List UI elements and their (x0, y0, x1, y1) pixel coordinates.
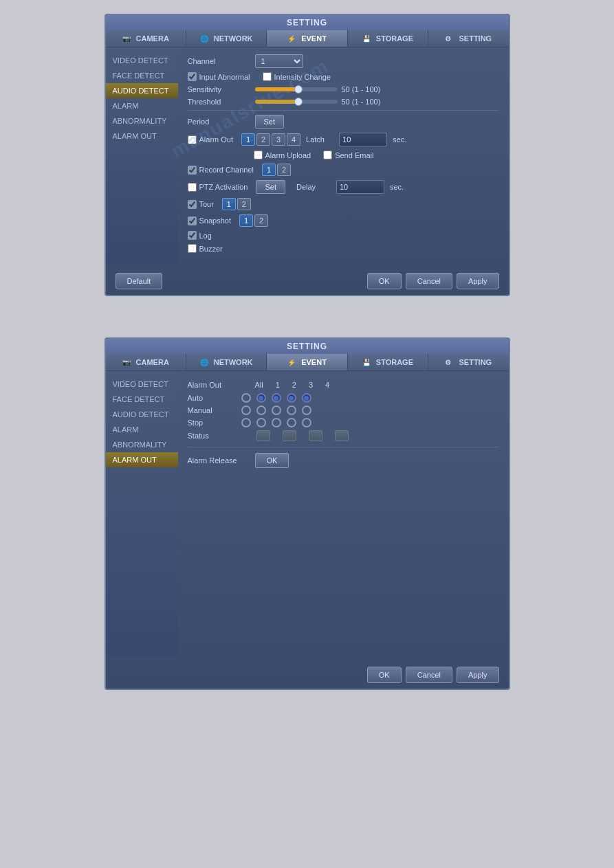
sidebar-item-face-detect[interactable]: FACE DETECT (106, 68, 178, 83)
stop-radio-2[interactable] (272, 418, 281, 427)
tour-num-1[interactable]: 1 (222, 198, 236, 210)
auto-all-radio[interactable] (241, 393, 251, 403)
tour-nums: 1 2 (222, 198, 251, 210)
tour-row: Tour 1 2 (188, 198, 499, 210)
record-num-1[interactable]: 1 (262, 164, 276, 176)
sidebar-item-alarm[interactable]: ALARM (106, 98, 178, 113)
panel-audio-detect: manualsrive.com SETTING CAMERA NETWORK E… (105, 14, 510, 296)
alarm-upload-label: Alarm Upload (265, 151, 311, 159)
input-abnormal-checkbox[interactable] (188, 72, 197, 81)
stop-row: Stop (188, 418, 499, 427)
camera-icon (122, 34, 133, 43)
tour-checkbox[interactable] (188, 200, 197, 209)
delay-input[interactable] (336, 180, 384, 194)
tour-num-2[interactable]: 2 (237, 198, 251, 210)
sensitivity-label: Sensitivity (188, 85, 250, 93)
tab2-setting[interactable]: SETTING (428, 354, 508, 370)
manual-radio-4[interactable] (302, 405, 311, 415)
buzzer-checkbox[interactable] (188, 244, 197, 253)
sidebar2-item-video-detect[interactable]: VIDEO DETECT (106, 377, 178, 392)
sidebar2-item-abnormality[interactable]: ABNORMALITY (106, 437, 178, 452)
log-checkbox[interactable] (188, 231, 197, 240)
default-button[interactable]: Default (116, 273, 163, 289)
manual-radio-3[interactable] (287, 405, 296, 415)
cancel-button-2[interactable]: Cancel (406, 667, 452, 683)
snapshot-check[interactable]: Snapshot (188, 216, 231, 225)
stop-all-radio[interactable] (241, 418, 251, 427)
stop-radio-4[interactable] (302, 418, 311, 427)
stop-radio-1[interactable] (256, 418, 266, 427)
alarm-out-checkbox[interactable] (188, 135, 197, 144)
auto-radio-1[interactable] (256, 393, 266, 403)
bottom-btn-group: OK Cancel Apply (367, 273, 499, 289)
latch-input[interactable] (339, 133, 387, 146)
tab-event[interactable]: EVENT (267, 30, 347, 47)
auto-radio-4[interactable] (302, 393, 311, 403)
ptz-set-button[interactable]: Set (256, 180, 285, 194)
sidebar2-item-alarm[interactable]: ALARM (106, 422, 178, 437)
tab-camera[interactable]: CAMERA (106, 30, 186, 47)
stop-label: Stop (188, 419, 236, 427)
input-abnormal-check[interactable]: Input Abnormal (188, 72, 250, 81)
snapshot-num-1[interactable]: 1 (239, 214, 253, 227)
period-set-button[interactable]: Set (255, 115, 285, 129)
channel-select[interactable]: 1 2 (255, 54, 303, 68)
manual-all-radio[interactable] (241, 405, 251, 415)
sidebar2-item-face-detect[interactable]: FACE DETECT (106, 392, 178, 407)
record-channel-checkbox[interactable] (188, 166, 197, 175)
alarm-out-check[interactable]: Alarm Out (188, 135, 234, 144)
auto-radio-3[interactable] (287, 393, 296, 403)
apply-button-2[interactable]: Apply (457, 667, 499, 683)
sidebar-item-alarm-out[interactable]: ALARM OUT (106, 129, 178, 144)
tab2-camera[interactable]: CAMERA (106, 354, 186, 370)
alarm-out-btn-2[interactable]: 2 (256, 133, 270, 146)
alarm-out-btn-4[interactable]: 4 (287, 133, 300, 146)
tab2-storage[interactable]: STORAGE (348, 354, 428, 370)
tab2-event[interactable]: EVENT (267, 354, 347, 370)
ptz-activation-check[interactable]: PTZ Activation (188, 183, 248, 192)
snapshot-num-2[interactable]: 2 (254, 214, 268, 227)
record-num-2[interactable]: 2 (277, 164, 291, 176)
send-email-checkbox[interactable] (323, 151, 332, 159)
intensity-change-checkbox[interactable] (263, 72, 272, 81)
stop-radio-3[interactable] (287, 418, 296, 427)
setting-icon-2 (445, 358, 456, 366)
alarm-upload-check[interactable]: Alarm Upload (254, 151, 311, 159)
sidebar-item-video-detect[interactable]: VIDEO DETECT (106, 53, 178, 68)
sidebar2-item-audio-detect[interactable]: AUDIO DETECT (106, 407, 178, 422)
sidebar-item-abnormality[interactable]: ABNORMALITY (106, 113, 178, 129)
tab-storage[interactable]: STORAGE (348, 30, 428, 47)
record-channel-check[interactable]: Record Channel (188, 166, 254, 175)
ok-button-2[interactable]: OK (367, 667, 402, 683)
sensitivity-slider[interactable]: 50 (1 - 100) (255, 85, 381, 93)
alarm-out-btn-3[interactable]: 3 (272, 133, 285, 146)
snapshot-checkbox[interactable] (188, 216, 197, 225)
manual-radio-1[interactable] (256, 405, 266, 415)
ptz-activation-checkbox[interactable] (188, 183, 197, 192)
apply-button[interactable]: Apply (457, 273, 499, 289)
tab-setting[interactable]: SETTING (428, 30, 508, 47)
alarm-upload-checkbox[interactable] (254, 151, 263, 159)
tab2-network[interactable]: NETWORK (186, 354, 267, 370)
cancel-button[interactable]: Cancel (406, 273, 452, 289)
buzzer-check[interactable]: Buzzer (188, 244, 223, 253)
send-email-check[interactable]: Send Email (323, 151, 373, 159)
col-4: 4 (325, 381, 329, 389)
intensity-change-check[interactable]: Intensity Change (263, 72, 331, 81)
log-check[interactable]: Log (188, 231, 212, 240)
manual-radio-2[interactable] (272, 405, 281, 415)
tour-label: Tour (199, 200, 214, 208)
panel-title: SETTING (106, 15, 509, 30)
auto-radio-2[interactable] (272, 393, 281, 403)
alarm-out-header-label: Alarm Out (188, 381, 250, 389)
sidebar-item-audio-detect[interactable]: AUDIO DETECT (106, 83, 178, 98)
tab-network[interactable]: NETWORK (186, 30, 267, 47)
status-box-3 (309, 430, 322, 441)
alarm-out-btn-1[interactable]: 1 (241, 133, 255, 146)
threshold-slider[interactable]: 50 (1 - 100) (255, 98, 381, 106)
tour-check[interactable]: Tour (188, 200, 214, 209)
ok-button[interactable]: OK (367, 273, 402, 289)
input-abnormal-label: Input Abnormal (199, 73, 250, 81)
alarm-release-button[interactable]: OK (255, 453, 289, 468)
sidebar2-item-alarm-out[interactable]: ALARM OUT (106, 452, 178, 467)
